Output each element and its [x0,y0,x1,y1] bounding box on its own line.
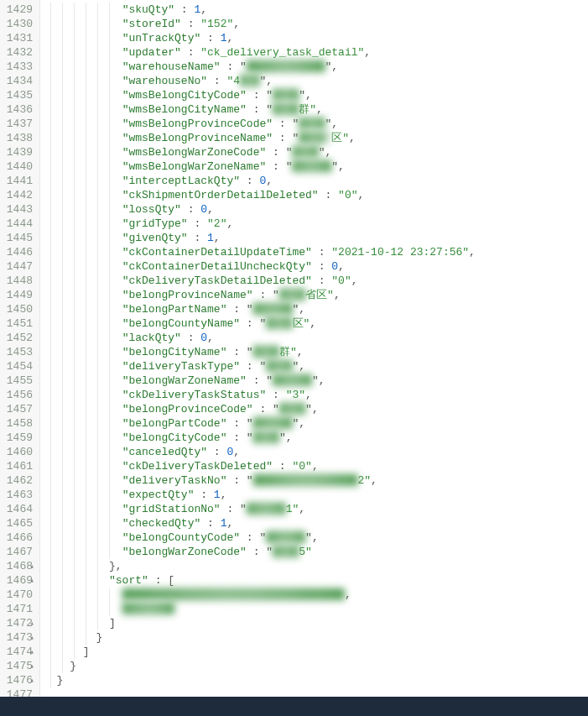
code-line[interactable]: "lossQty" : 0, [44,202,588,217]
line-number: 1447 [3,259,33,274]
code-line[interactable]: "belongWarZoneName" : "██████", [44,374,588,388]
code-line[interactable]: "gridType" : "2", [44,217,588,231]
code-content-area[interactable]: "skuQty" : 1, "storeId" : "152", "unTrac… [40,0,588,697]
code-line[interactable]: "ckDeliveryTaskStatus" : "3", [44,388,588,402]
status-bar [0,697,588,716]
fold-marker-icon[interactable]: ▴ [30,574,34,588]
code-line[interactable]: ████████ [44,602,588,616]
line-number: 1455 [3,374,33,388]
code-line[interactable]: "wmsBelongWarZoneName" : "██████", [44,159,588,174]
line-number: 1441 [3,174,33,188]
code-line[interactable]: "belongCityCode" : "████", [44,431,588,445]
code-line[interactable]: ] [44,645,588,659]
line-number: 1450 [3,302,33,316]
line-number: 1468▴ [3,559,33,573]
line-number: 1448 [3,274,33,288]
code-line[interactable]: "belongCountyName" : "████区", [44,316,588,331]
line-number: 1473▴ [3,630,33,645]
line-number: 1434 [3,74,33,88]
code-line[interactable]: "interceptLackQty" : 0, [44,174,588,188]
line-number: 1442 [3,188,33,202]
code-line[interactable]: "expectQty" : 1, [44,488,588,502]
line-number: 1443 [3,202,33,217]
line-number: 1431 [3,31,33,45]
code-editor: 1429143014311432143314341435143614371438… [0,0,588,697]
line-number: 1469▴ [3,573,33,588]
line-number: 1476▴ [3,673,33,687]
code-line[interactable]: "belongPartName" : "██████", [44,302,588,316]
fold-marker-icon[interactable]: ▴ [30,660,34,674]
line-number: 1439 [3,145,33,159]
line-number: 1470 [3,588,33,602]
code-line[interactable]: "belongWarZoneCode" : "████5" [44,545,588,559]
line-number: 1472▴ [3,616,33,630]
line-number: 1437 [3,117,33,131]
fold-marker-icon[interactable]: ▴ [30,631,34,645]
code-line[interactable]: "warehouseNo" : "4███", [44,74,588,88]
line-number: 1460 [3,445,33,459]
line-number: 1466 [3,530,33,545]
code-line[interactable]: }, [44,559,588,573]
line-number: 1446 [3,245,33,259]
line-number: 1458 [3,416,33,431]
code-line[interactable]: "belongCountyCode" : "██████", [44,530,588,545]
line-number: 1459 [3,431,33,445]
line-number: 1462 [3,473,33,488]
code-line[interactable]: "checkedQty" : 1, [44,516,588,530]
line-number: 1457 [3,402,33,416]
line-number-gutter: 1429143014311432143314341435143614371438… [0,0,40,697]
code-line[interactable] [44,687,588,697]
code-line[interactable]: "canceledQty" : 0, [44,445,588,459]
line-number: 1464 [3,502,33,516]
code-line[interactable]: "belongProvinceName" : "████省区", [44,288,588,302]
code-line[interactable]: "unTrackQty" : 1, [44,31,588,45]
code-line[interactable]: } [44,659,588,673]
code-line[interactable]: } [44,630,588,645]
code-line[interactable]: "lackQty" : 0, [44,331,588,345]
code-line[interactable]: "givenQty" : 1, [44,231,588,245]
code-line[interactable]: "belongPartCode" : "██████", [44,416,588,431]
code-line[interactable]: "skuQty" : 1, [44,3,588,17]
line-number: 1467 [3,545,33,559]
code-line[interactable]: "deliveryTaskType" : "████", [44,359,588,374]
line-number: 1475▴ [3,659,33,673]
code-line[interactable]: } [44,673,588,687]
code-line[interactable]: "ckDeliveryTaskDetailDeleted" : "0", [44,274,588,288]
fold-marker-icon[interactable]: ▴ [30,645,34,660]
fold-marker-icon[interactable]: ▴ [30,674,34,688]
line-number: 1438 [3,131,33,145]
line-number: 1451 [3,316,33,331]
code-line[interactable]: "deliveryTaskNo" : "████████████████2", [44,473,588,488]
code-line[interactable]: "warehouseName" : "████████████", [44,60,588,74]
code-line[interactable]: "ckShipmentOrderDetailDeleted" : "0", [44,188,588,202]
line-number: 1456 [3,388,33,402]
line-number: 1474▴ [3,645,33,659]
code-line[interactable]: ] [44,616,588,630]
code-line[interactable]: "belongProvinceCode" : "████", [44,402,588,416]
line-number: 1463 [3,488,33,502]
line-number: 1432 [3,45,33,60]
code-line[interactable]: "storeId" : "152", [44,17,588,31]
line-number: 1435 [3,88,33,102]
line-number: 1471 [3,602,33,616]
line-number: 1454 [3,359,33,374]
line-number: 1444 [3,217,33,231]
line-number: 1440 [3,159,33,174]
line-number: 1436 [3,102,33,117]
line-number: 1429 [3,3,33,17]
code-line[interactable]: "ckContainerDetailUpdateTime" : "2021-10… [44,245,588,259]
fold-marker-icon[interactable]: ▴ [30,617,34,631]
line-number: 1445 [3,231,33,245]
fold-marker-icon[interactable]: ▴ [30,560,34,574]
line-number: 1452 [3,331,33,345]
line-number: 1433 [3,60,33,74]
code-line[interactable]: "belongCityName" : "████群", [44,345,588,359]
line-number: 1430 [3,17,33,31]
line-number: 1449 [3,288,33,302]
code-line[interactable]: "ckContainerDetailUncheckQty" : 0, [44,259,588,274]
line-number: 1453 [3,345,33,359]
code-line[interactable]: "gridStationNo" : "██████1", [44,502,588,516]
code-line[interactable]: "wmsBelongCityCode" : "████", [44,88,588,102]
line-number: 1465 [3,516,33,530]
line-number: 1461 [3,459,33,473]
